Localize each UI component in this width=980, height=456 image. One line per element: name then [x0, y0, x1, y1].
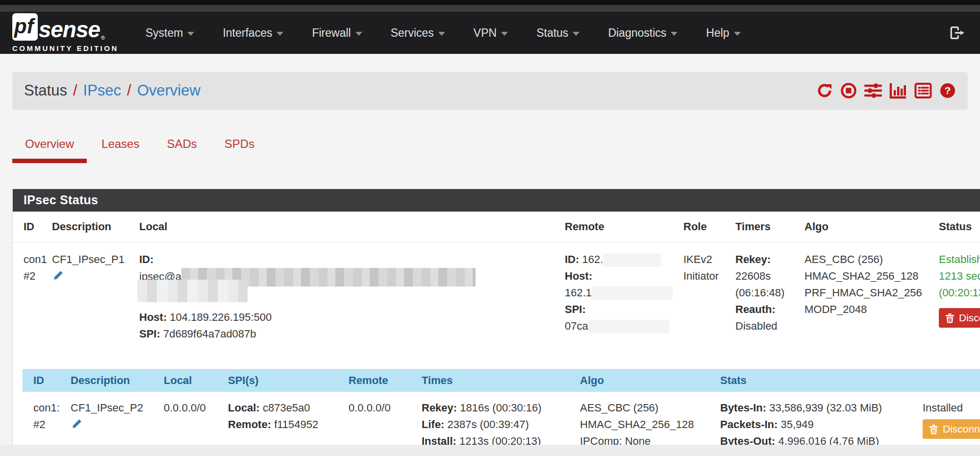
- help-icon[interactable]: ?: [939, 82, 956, 99]
- p2-header-row: ID Description Local SPI(s) Remote Times…: [23, 369, 980, 392]
- nav-item-interfaces[interactable]: Interfaces: [223, 26, 283, 40]
- nav-item-help[interactable]: Help: [706, 26, 740, 40]
- chevron-down-icon: [671, 32, 678, 36]
- logo-pf: pf: [12, 13, 38, 41]
- bar-chart-icon[interactable]: [889, 82, 907, 99]
- chevron-down-icon: [438, 32, 445, 36]
- col-remote: Remote: [344, 369, 417, 392]
- col-local: Local: [159, 369, 223, 392]
- disconnect-p2-button[interactable]: Disconnect: [923, 419, 980, 439]
- panel-title: IPsec Status: [13, 189, 980, 212]
- chevron-down-icon: [355, 32, 362, 36]
- nav-item-system[interactable]: System: [146, 26, 195, 40]
- logo-sense: sense: [39, 19, 100, 41]
- sliders-icon[interactable]: [864, 82, 882, 99]
- page-header: Status / IPsec / Overview: [12, 72, 968, 109]
- ipsec-p2-section: ID Description Local SPI(s) Remote Times…: [23, 369, 980, 456]
- status-established: Established: [939, 251, 980, 268]
- redaction-box: [588, 320, 669, 334]
- nav-menu: System Interfaces Firewall Services VPN …: [146, 26, 950, 40]
- col-status: Status: [934, 212, 980, 242]
- trash-icon: [929, 424, 938, 434]
- breadcrumb: Status / IPsec / Overview: [24, 82, 201, 99]
- breadcrumb-overview-link[interactable]: Overview: [137, 82, 201, 99]
- nav-item-services[interactable]: Services: [391, 26, 445, 40]
- nav-item-vpn[interactable]: VPN: [474, 26, 508, 40]
- col-actions: [918, 369, 980, 392]
- edit-pencil-icon[interactable]: [71, 418, 82, 435]
- col-role: Role: [678, 212, 730, 242]
- p1-remote-cell: ID: 162. Host: 162.1 SPI: 07ca: [560, 242, 678, 363]
- col-id: ID: [13, 212, 47, 242]
- pfsense-logo[interactable]: pf sense ® COMMUNITY EDITION: [12, 13, 119, 52]
- refresh-icon[interactable]: [816, 82, 833, 99]
- p1-row: con1 #2 CF1_IPsec_P1 ID: ipsec@a Hos: [13, 242, 980, 363]
- logo-subtitle: COMMUNITY EDITION: [12, 44, 119, 52]
- breadcrumb-status: Status: [24, 82, 67, 99]
- breadcrumb-separator: /: [127, 82, 131, 99]
- p1-local-cell: ID: ipsec@a Host: 104.189.226.195:500 SP…: [134, 242, 560, 363]
- breadcrumb-ipsec-link[interactable]: IPsec: [83, 82, 122, 99]
- trash-icon: [945, 313, 955, 323]
- redaction-blur: [137, 280, 248, 302]
- list-icon[interactable]: [914, 82, 932, 99]
- p1-description-cell: CF1_IPsec_P1: [47, 242, 134, 363]
- breadcrumb-separator: /: [73, 82, 77, 99]
- chevron-down-icon: [573, 32, 579, 36]
- header-toolbar: ?: [816, 82, 956, 99]
- col-remote: Remote: [560, 212, 678, 242]
- p1-header-row: ID Description Local Remote Role Timers …: [13, 212, 980, 242]
- stop-icon[interactable]: [840, 82, 857, 99]
- edit-pencil-icon[interactable]: [52, 270, 64, 287]
- nav-item-diagnostics[interactable]: Diagnostics: [608, 26, 678, 40]
- p1-timers-cell: Rekey: 22608s (06:16:48) Reauth: Disable…: [730, 242, 800, 363]
- col-times: Times: [417, 369, 575, 392]
- chevron-down-icon: [501, 32, 508, 36]
- col-spis: SPI(s): [223, 369, 344, 392]
- p1-id-cell: con1 #2: [13, 242, 47, 363]
- col-algo: Algo: [800, 212, 934, 242]
- disconnect-p1-button[interactable]: Disconnect: [939, 308, 980, 328]
- logo-registered: ®: [101, 35, 105, 41]
- ipsec-status-panel: IPsec Status ID Description Local Remote…: [12, 189, 980, 456]
- chevron-down-icon: [276, 32, 283, 36]
- chevron-down-icon: [734, 32, 741, 36]
- tab-sads[interactable]: SADs: [154, 137, 209, 163]
- tab-overview[interactable]: Overview: [12, 137, 87, 163]
- col-local: Local: [134, 212, 560, 242]
- p1-status-cell: Established 1213 seconds (00:20:13) Disc…: [934, 242, 980, 363]
- window-title-strip: [0, 5, 980, 12]
- p1-role-cell: IKEv2 Initiator: [678, 242, 730, 363]
- svg-text:?: ?: [945, 85, 951, 96]
- col-description: Description: [47, 212, 134, 242]
- sign-out-icon[interactable]: [950, 26, 965, 40]
- col-description: Description: [66, 369, 159, 392]
- col-id: ID: [23, 369, 66, 392]
- redaction-box: [592, 287, 673, 300]
- status-installed: Installed: [923, 400, 980, 416]
- col-stats: Stats: [715, 369, 918, 392]
- navbar: pf sense ® COMMUNITY EDITION System Inte…: [0, 12, 980, 54]
- tab-bar: Overview Leases SADs SPDs: [12, 137, 980, 163]
- col-algo: Algo: [575, 369, 715, 392]
- tab-spds[interactable]: SPDs: [212, 137, 267, 163]
- ipsec-p2-table: ID Description Local SPI(s) Remote Times…: [23, 369, 980, 456]
- tab-leases[interactable]: Leases: [89, 137, 152, 163]
- nav-item-firewall[interactable]: Firewall: [312, 26, 362, 40]
- page-bottom-gutter: [0, 445, 980, 456]
- nav-item-status[interactable]: Status: [536, 26, 579, 40]
- p1-algo-cell: AES_CBC (256) HMAC_SHA2_256_128 PRF_HMAC…: [800, 242, 934, 363]
- window-top-strip: [0, 0, 980, 5]
- ipsec-p1-table: ID Description Local Remote Role Timers …: [13, 212, 980, 363]
- col-timers: Timers: [730, 212, 800, 242]
- chevron-down-icon: [187, 32, 194, 36]
- redaction-box: [603, 253, 661, 267]
